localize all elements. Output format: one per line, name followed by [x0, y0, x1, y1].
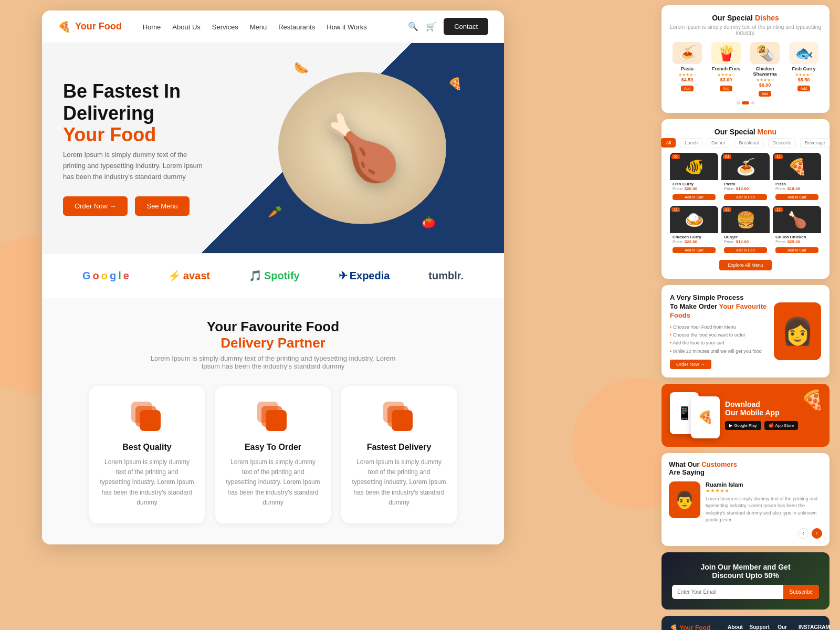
- footer-about-col: About About Us Features News Menu Pricin…: [728, 624, 744, 630]
- pasta-stars: ★★★★☆: [670, 72, 705, 77]
- pasta-add[interactable]: Add to Cart: [724, 194, 767, 200]
- features-section: Your Favourite Food Delivery Partner Lor…: [42, 298, 504, 544]
- pasta-image: 🍝: [673, 42, 702, 64]
- special-dishes-subtitle: Lorem Ipsum is simply dummy text of the …: [670, 24, 821, 36]
- special-dishes-card: Our Special Dishes Lorem Ipsum is simply…: [662, 5, 830, 113]
- menu-tab-beverage[interactable]: Beverage: [800, 138, 830, 148]
- nav-how[interactable]: How it Works: [327, 23, 366, 31]
- chicken-curry-name: Chicken Curry: [673, 235, 716, 239]
- pasta-menu-name: Pasta: [724, 182, 767, 186]
- fries-price: $3.00: [709, 77, 743, 82]
- cart-icon[interactable]: 🛒: [426, 22, 436, 32]
- footer-support-title: Support: [750, 624, 773, 630]
- feature-desc-order: Lorem Ipsum is simply dummy text of the …: [226, 457, 320, 508]
- pizza-name: Pizza: [775, 182, 818, 186]
- process-step-2: Choose the food you want to order: [670, 331, 769, 339]
- footer-about-title: About: [728, 624, 744, 630]
- shawarma-add-button[interactable]: Add: [759, 91, 771, 97]
- process-content: A Very Simple Process To Make Order Your…: [670, 293, 769, 369]
- google-play-badge[interactable]: ▶ Google Play: [725, 421, 761, 430]
- food-plate-emoji: 🍗: [323, 111, 402, 185]
- delivery-icon-stack: [383, 402, 415, 433]
- pizza-add[interactable]: Add to Cart: [775, 194, 818, 200]
- process-steps: Choose Your Food from Menu Choose the fo…: [670, 323, 769, 355]
- menu-tab-dinner[interactable]: Dinner: [707, 138, 730, 148]
- see-menu-button[interactable]: See Menu: [135, 196, 189, 216]
- logo[interactable]: 🍕 Your Food: [58, 20, 122, 33]
- app-store-badge[interactable]: 🍎 App Store: [764, 421, 799, 430]
- brand-expedia: ✈ Expedia: [339, 269, 390, 282]
- brand-spotify: 🎵 Spotify: [249, 269, 300, 282]
- reviewer-stars: ★★★★★: [706, 488, 822, 494]
- process-person-image: 👩: [774, 302, 821, 360]
- reviewer-avatar: 👨: [669, 481, 700, 518]
- testimonial-next-button[interactable]: ›: [812, 528, 822, 539]
- pasta-price: $4.50: [670, 77, 705, 82]
- menu-tab-breakfast[interactable]: Breakfast: [734, 138, 764, 148]
- contact-button[interactable]: Contact: [444, 18, 488, 35]
- logo-text: Your Food: [75, 21, 122, 32]
- fish-curry-name: Fish Curry: [673, 182, 716, 186]
- chicken-curry-add[interactable]: Add to Cart: [673, 247, 716, 253]
- footer-grid: 🍕 Your Food New York, NY 10012 United St…: [670, 624, 821, 630]
- dish-shawarma: 🌯 Chicken Shawarma ★★★★☆ $6.00 Add: [748, 42, 782, 97]
- footer-instagram-col: INSTAGRAM 🍝 🍕 🍗 🍛 🍔 🌯: [799, 624, 830, 630]
- join-subscribe-button[interactable]: Subscribe: [783, 585, 819, 599]
- grilled-add[interactable]: Add to Cart: [775, 247, 818, 253]
- pasta-badge: 04: [723, 154, 731, 159]
- fish-curry-badge: 01: [671, 154, 680, 159]
- join-card: Join Our Member and GetDiscount Upto 50%…: [662, 552, 830, 610]
- shawarma-image: 🌯: [750, 42, 780, 64]
- nav-menu[interactable]: Menu: [250, 23, 267, 31]
- features-title-2: Delivery Partner: [220, 335, 325, 351]
- fries-add-button[interactable]: Add: [720, 86, 732, 91]
- app-phones: 📱 🍕: [670, 392, 720, 438]
- testimonial-title: What Our Customers Are Saying: [669, 460, 822, 476]
- dot-2-active: [742, 101, 749, 104]
- mobile-app-card: 📱 🍕 DownloadOur Mobile App ▶ Google Play…: [662, 384, 830, 447]
- curry-name: Fish Curry: [786, 66, 821, 71]
- menu-tab-desserts[interactable]: Desserts: [768, 138, 796, 148]
- process-order-button[interactable]: Order Now →: [670, 360, 711, 369]
- testimonial-prev-button[interactable]: ‹: [798, 528, 808, 539]
- menu-item-burger: 🍔 11 Burger Price: $12.00 Add to Cart: [721, 206, 770, 256]
- search-icon[interactable]: 🔍: [408, 22, 418, 32]
- chicken-curry-badge: 11: [671, 207, 680, 212]
- right-panel: Our Special Dishes Lorem Ipsum is simply…: [662, 5, 830, 630]
- nav-links: Home About Us Services Menu Restaurants …: [143, 22, 408, 32]
- shawarma-stars: ★★★★☆: [748, 78, 782, 82]
- features-grid: Best Quality Lorem Ipsum is simply dummy…: [63, 386, 483, 523]
- pizza-decoration-icon: 🍕: [801, 389, 824, 411]
- hero-title-line2: Delivering: [63, 102, 154, 124]
- curry-add-button[interactable]: Add: [797, 86, 810, 91]
- join-email-input[interactable]: [672, 585, 783, 599]
- floating-pizza: 🍕: [448, 77, 462, 91]
- grilled-name: Grilled Chicken: [775, 235, 818, 239]
- explore-all-menu-button[interactable]: Explore All Menu: [719, 260, 772, 270]
- hero-title-line1: Be Fastest In: [63, 80, 181, 102]
- nav-icons: 🔍 🛒: [408, 22, 436, 32]
- burger-add[interactable]: Add to Cart: [724, 247, 767, 253]
- brand-tumblr: tumblr.: [428, 270, 464, 282]
- menu-item-pizza: 🍕 11 Pizza Price: $18.00 Add to Cart: [773, 153, 821, 203]
- order-now-button[interactable]: Order Now →: [63, 196, 128, 216]
- fish-curry-add[interactable]: Add to Cart: [673, 194, 716, 200]
- hero-description: Lorem Ipsum is simply dummy text of the …: [63, 150, 210, 182]
- dot-1: [737, 101, 740, 104]
- pasta-add-button[interactable]: Add: [681, 86, 694, 91]
- nav-restaurants[interactable]: Restaurants: [278, 23, 315, 31]
- features-title: Your Favourite Food Delivery Partner: [63, 319, 483, 351]
- features-description: Lorem Ipsum is simply dummy text of the …: [142, 354, 404, 370]
- navbar: 🍕 Your Food Home About Us Services Menu …: [42, 10, 504, 43]
- grilled-price: Price: $25.00: [775, 239, 818, 244]
- menu-tab-lunch[interactable]: Lunch: [680, 138, 702, 148]
- order-icon-stack: [257, 402, 289, 433]
- nav-about[interactable]: About Us: [172, 23, 200, 31]
- menu-tab-all[interactable]: All: [661, 138, 676, 148]
- menu-grid: 🐠 01 Fish Curry Price: $20.00 Add to Car…: [670, 153, 821, 256]
- fries-stars: ★★★★☆: [709, 72, 743, 77]
- nav-home[interactable]: Home: [143, 23, 161, 31]
- testimonial-card: What Our Customers Are Saying 👨 Ruamin I…: [662, 453, 830, 546]
- curry-image: 🐟: [789, 42, 818, 64]
- nav-services[interactable]: Services: [212, 23, 238, 31]
